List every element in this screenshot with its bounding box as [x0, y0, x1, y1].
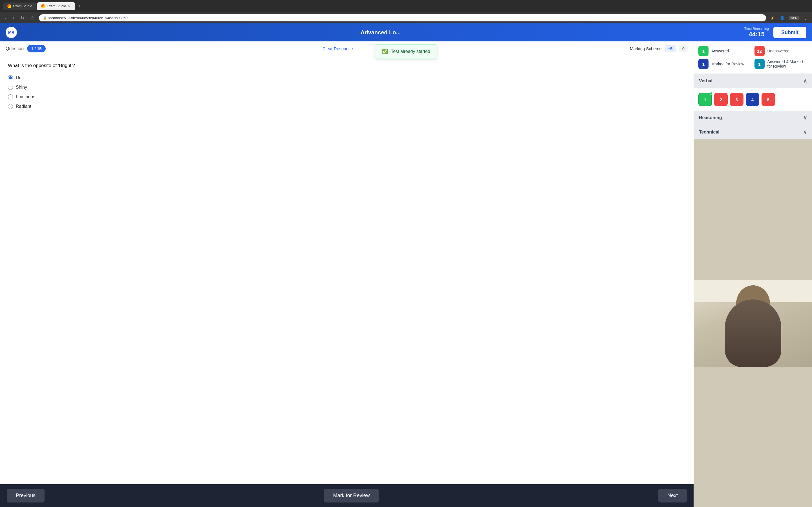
new-tab-button[interactable]: +	[76, 3, 83, 9]
vpn-badge: VPN	[789, 16, 800, 20]
time-label: Time Remaining	[744, 27, 769, 31]
verbal-section-header[interactable]: Verbal ∧	[694, 74, 812, 88]
bookmark-button[interactable]: ☆	[29, 14, 36, 22]
status-grid: 1 Answered 12 Unanswered 1 Marked for Re…	[694, 41, 812, 74]
q-btn-5[interactable]: 5	[762, 93, 775, 106]
unanswered-badge: 12	[755, 46, 765, 56]
option-4-radio[interactable]	[8, 104, 13, 109]
verbal-label: Verbal	[699, 78, 712, 83]
marked-status: 1 Marked for Review	[698, 59, 752, 69]
option-1-label: Dull	[16, 75, 24, 80]
avatar: MR	[6, 27, 17, 38]
mark-review-button[interactable]: Mark for Review	[324, 489, 378, 503]
option-3[interactable]: Luminous	[8, 94, 686, 100]
option-3-label: Luminous	[16, 94, 35, 100]
tab2-label: Exam Studio	[47, 4, 66, 8]
profile-button[interactable]: 👤	[779, 15, 786, 21]
answered-marked-badge: 1	[755, 59, 765, 69]
address-text: localhost:5173/test/66c59ea40fce194e32b8…	[49, 16, 128, 20]
previous-button[interactable]: Previous	[7, 489, 45, 503]
question-content: What is the opposite of 'Bright'? Dull S…	[0, 56, 694, 484]
camera-feed	[694, 139, 812, 507]
browser-tab-1[interactable]: Exam Studio	[3, 3, 36, 10]
time-block: Time Remaining 44:15	[744, 27, 769, 38]
q-btn-1[interactable]: 1	[698, 93, 712, 106]
toast-notification: ✅ Test already started	[375, 44, 437, 59]
q-btn-2[interactable]: 2	[714, 93, 728, 106]
unanswered-label: Unanswered	[767, 49, 790, 53]
question-toolbar: Question 1 / 15 Clear Response Marking S…	[0, 41, 694, 56]
browser-toolbar: ‹ › ↻ ☆ 🔒 localhost:5173/test/66c59ea40f…	[0, 12, 812, 23]
toast-message: Test already started	[391, 49, 430, 54]
option-2-label: Shiny	[16, 85, 27, 90]
tab1-label: Exam Studio	[13, 4, 32, 8]
question-text: What is the opposite of 'Bright'?	[8, 63, 686, 68]
tab-close-icon[interactable]: ✕	[68, 4, 71, 8]
lock-icon: 🔒	[43, 16, 47, 20]
reasoning-label: Reasoning	[699, 115, 722, 120]
app-title: Advanced Lo...	[361, 29, 401, 36]
option-3-radio[interactable]	[8, 94, 13, 100]
options-list: Dull Shiny Luminous Radiant	[8, 75, 686, 109]
answered-label: Answered	[711, 49, 729, 53]
favicon-1	[7, 4, 11, 8]
unanswered-status: 12 Unanswered	[755, 46, 808, 56]
clear-response-link[interactable]: Clear Response	[322, 46, 353, 51]
reasoning-section-header[interactable]: Reasoning ∨	[694, 111, 812, 125]
extensions-button[interactable]: ⚡	[769, 15, 776, 21]
browser-tabs: Exam Studio Exam Studio ✕ +	[3, 2, 83, 10]
option-1-radio[interactable]	[8, 75, 13, 80]
right-panel: 1 Answered 12 Unanswered 1 Marked for Re…	[694, 41, 812, 507]
technical-label: Technical	[699, 129, 719, 135]
q-btn-4[interactable]: 4	[746, 93, 759, 106]
option-2[interactable]: Shiny	[8, 85, 686, 90]
answered-marked-status: 1 Answered & Marked for Review	[755, 59, 808, 69]
browser-chrome: Exam Studio Exam Studio ✕ +	[0, 0, 812, 12]
mark-zero-badge: 0	[679, 45, 688, 52]
next-button[interactable]: Next	[658, 489, 687, 503]
answered-marked-label: Answered & Marked for Review	[767, 59, 808, 68]
question-counter: 1 / 15	[27, 45, 46, 52]
back-button[interactable]: ‹	[3, 14, 8, 22]
browser-tab-2[interactable]: Exam Studio ✕	[37, 2, 75, 10]
camera-placeholder	[694, 280, 812, 367]
address-bar[interactable]: 🔒 localhost:5173/test/66c59ea40fce194e32…	[39, 14, 766, 21]
technical-section-header[interactable]: Technical ∨	[694, 125, 812, 139]
q1-dot	[710, 92, 712, 95]
option-1[interactable]: Dull	[8, 75, 686, 80]
app-header: MR Advanced Lo... Time Remaining 44:15 S…	[0, 23, 812, 41]
question-label: Question	[6, 46, 24, 51]
submit-button[interactable]: Submit	[773, 27, 806, 38]
marked-label: Marked for Review	[711, 62, 744, 66]
time-value: 44:15	[744, 31, 769, 38]
main-body: Question 1 / 15 Clear Response Marking S…	[0, 41, 812, 507]
forward-button[interactable]: ›	[11, 14, 16, 22]
reasoning-chevron-icon: ∨	[803, 115, 807, 121]
verbal-chevron-icon: ∧	[803, 78, 807, 84]
answered-status: 1 Answered	[698, 46, 752, 56]
answered-badge: 1	[698, 46, 709, 56]
option-2-radio[interactable]	[8, 85, 13, 90]
marked-badge: 1	[698, 59, 709, 69]
marking-scheme-label: Marking Scheme	[630, 46, 662, 51]
option-4-label: Radiant	[16, 104, 31, 109]
verbal-question-grid: 1 2 3 4 5	[694, 88, 812, 111]
mark-plus-badge: +5	[665, 45, 676, 52]
q-btn-3[interactable]: 3	[730, 93, 744, 106]
toast-success-icon: ✅	[382, 48, 388, 55]
refresh-button[interactable]: ↻	[19, 14, 26, 22]
bottom-nav: Previous Mark for Review Next	[0, 484, 694, 507]
technical-chevron-icon: ∨	[803, 129, 807, 135]
favicon-2	[41, 4, 45, 8]
person-silhouette	[725, 299, 781, 367]
option-4[interactable]: Radiant	[8, 104, 686, 109]
header-right: Time Remaining 44:15 Submit	[744, 27, 806, 38]
question-panel: Question 1 / 15 Clear Response Marking S…	[0, 41, 694, 507]
browser-actions: ⚡ 👤 VPN ⋮	[769, 15, 809, 21]
menu-button[interactable]: ⋮	[802, 15, 809, 21]
marking-scheme: Marking Scheme +5 0	[630, 45, 688, 52]
